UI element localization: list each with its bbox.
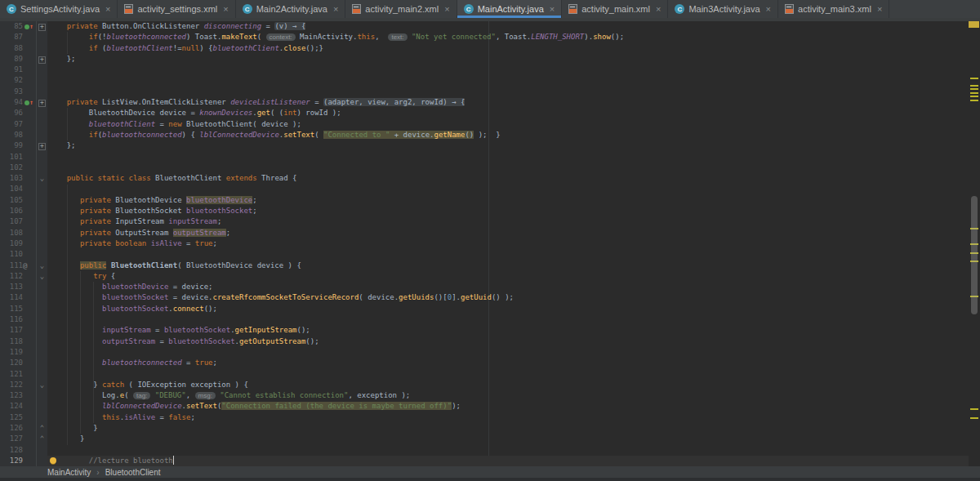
code-line[interactable]: 92 — [0, 75, 969, 86]
tab-close-icon[interactable]: × — [444, 5, 449, 13]
warning-stripe-mark[interactable] — [970, 408, 978, 410]
code-line-text[interactable]: if(bluetoothconnected) { lblConnectedDev… — [47, 130, 969, 140]
code-line[interactable]: 125 this.isAlive = false; — [0, 412, 969, 423]
code-line[interactable]: 123 Log.e( tag: "DEBUG", msg: "Cannot es… — [0, 390, 969, 401]
code-line[interactable]: 108 private OutputStream outputStream; — [0, 228, 969, 238]
code-line-text[interactable]: private BluetoothDevice bluetoothDevice; — [47, 195, 969, 206]
code-line-text[interactable] — [47, 445, 969, 456]
tab-close-icon[interactable]: × — [550, 5, 555, 13]
code-line-text[interactable]: public static class BluetoothClient exte… — [47, 173, 969, 184]
code-line-text[interactable] — [47, 184, 969, 194]
code-line-text[interactable]: lblConnectedDevice.setText("Connection f… — [47, 401, 969, 412]
tab-activity_main3.xml[interactable]: activity_main3.xml× — [778, 0, 889, 18]
code-line-text[interactable]: } — [47, 423, 969, 434]
code-line[interactable]: 89+ }; — [0, 54, 969, 65]
code-line[interactable]: 119 — [0, 347, 969, 358]
code-line-text[interactable] — [47, 369, 969, 380]
code-line-text[interactable]: private OutputStream outputStream; — [47, 228, 969, 238]
tab-Main3Activity.java[interactable]: CMain3Activity.java× — [668, 0, 778, 18]
breadcrumb-item-MainActivity[interactable]: MainActivity — [47, 468, 91, 477]
tab-close-icon[interactable]: × — [105, 5, 110, 13]
code-line[interactable]: 117 inputStream = bluetoothSocket.getInp… — [0, 325, 969, 336]
warning-stripe-mark[interactable] — [970, 78, 978, 79]
code-line-text[interactable]: bluetoothSocket.connect(); — [47, 304, 969, 314]
code-line[interactable]: 116 — [0, 314, 969, 325]
tab-close-icon[interactable]: × — [223, 5, 228, 13]
code-line-text[interactable]: if(!bluetoothconnected) Toast.makeText( … — [47, 32, 969, 42]
scrollbar-error-stripe[interactable] — [969, 21, 980, 466]
tab-close-icon[interactable]: × — [877, 5, 882, 13]
code-line[interactable]: 118 outputStream = bluetoothSocket.getOu… — [0, 336, 969, 347]
fold-end-icon[interactable]: ⌃ — [40, 424, 44, 432]
code-line-text[interactable]: BluetoothDevice device = knownDevices.ge… — [47, 108, 969, 118]
code-line[interactable]: 102 — [0, 163, 969, 173]
code-line[interactable]: 115 bluetoothSocket.connect(); — [0, 304, 969, 314]
breadcrumb-item-BluetoothClient[interactable]: BluetoothClient — [105, 468, 161, 477]
fold-expand-icon[interactable]: + — [38, 100, 46, 107]
code-line[interactable]: 97 bluetoothClient = new BluetoothClient… — [0, 119, 969, 130]
code-line[interactable]: 87 if(!bluetoothconnected) Toast.makeTex… — [0, 32, 969, 42]
warning-stripe-mark[interactable] — [970, 85, 978, 87]
code-line[interactable]: 113 bluetoothDevice = device; — [0, 282, 969, 292]
fold-expand-icon[interactable]: + — [38, 24, 46, 31]
code-line[interactable]: 128 — [0, 445, 969, 456]
fold-collapse-icon[interactable]: ⌄ — [40, 381, 44, 389]
warning-stripe-mark[interactable] — [970, 417, 978, 419]
warning-stripe-mark[interactable] — [970, 92, 978, 94]
code-line-text[interactable]: private ListView.OnItemClickListener dev… — [47, 97, 969, 108]
code-line[interactable]: 105 private BluetoothDevice bluetoothDev… — [0, 195, 969, 206]
code-line[interactable]: 94↑+ private ListView.OnItemClickListene… — [0, 97, 969, 108]
code-line-text[interactable] — [47, 87, 969, 97]
code-line-text[interactable] — [47, 347, 969, 358]
tab-SettingsActivity.java[interactable]: CSettingsActivity.java× — [0, 0, 118, 18]
code-line-text[interactable]: bluetoothSocket = device.createRfcommSoc… — [47, 292, 969, 303]
tab-activity_main.xml[interactable]: activity_main.xml× — [562, 0, 668, 18]
code-line[interactable]: 109 private boolean isAlive = true; — [0, 238, 969, 249]
code-line-text[interactable]: } — [47, 434, 969, 444]
code-line[interactable]: 129 //lecture bluetooth — [0, 456, 969, 466]
intention-bulb-icon[interactable] — [50, 457, 56, 464]
inspection-status-square[interactable] — [969, 21, 979, 28]
code-line-text[interactable] — [47, 65, 969, 75]
code-line-text[interactable] — [47, 249, 969, 260]
annotation-icon[interactable]: @ — [23, 261, 27, 269]
warning-stripe-mark[interactable] — [970, 88, 978, 90]
code-line[interactable]: 127⌃ } — [0, 434, 969, 444]
code-line-text[interactable]: bluetoothconnected = true; — [47, 358, 969, 368]
code-line[interactable]: 111@⌄ public BluetoothClient( BluetoothD… — [0, 261, 969, 271]
code-line-text[interactable]: bluetoothDevice = device; — [47, 282, 969, 292]
code-line-text[interactable]: inputStream = bluetoothSocket.getInputSt… — [47, 325, 969, 336]
code-line[interactable]: 96 BluetoothDevice device = knownDevices… — [0, 108, 969, 118]
code-line[interactable]: 85↑+ private Button.OnClickListener disc… — [0, 21, 969, 32]
code-line[interactable]: 101 — [0, 152, 969, 163]
code-line-text[interactable] — [47, 152, 969, 163]
code-line-text[interactable]: //lecture bluetooth — [47, 456, 969, 466]
code-line-text[interactable]: private boolean isAlive = true; — [47, 238, 969, 249]
code-line-text[interactable]: private BluetoothSocket bluetoothSocket; — [47, 206, 969, 216]
code-line-text[interactable] — [47, 314, 969, 325]
code-line[interactable]: 104 — [0, 184, 969, 194]
tab-activity_settings.xml[interactable]: activity_settings.xml× — [118, 0, 235, 18]
code-line[interactable]: 110 — [0, 249, 969, 260]
code-line-text[interactable]: private InputStream inputStream; — [47, 216, 969, 227]
fold-collapse-icon[interactable]: ⌄ — [40, 261, 44, 269]
tab-Main2Activity.java[interactable]: CMain2Activity.java× — [236, 0, 346, 18]
code-line-text[interactable]: } catch ( IOException exception ) { — [47, 380, 969, 390]
code-line-text[interactable]: }; — [47, 54, 969, 65]
fold-end-icon[interactable]: ⌃ — [40, 434, 44, 443]
code-editor[interactable]: 85↑+ private Button.OnClickListener disc… — [0, 21, 980, 466]
code-line-text[interactable]: Log.e( tag: "DEBUG", msg: "Cannot establ… — [47, 390, 969, 401]
code-line[interactable]: 120 bluetoothconnected = true; — [0, 358, 969, 368]
code-line[interactable]: 107 private InputStream inputStream; — [0, 216, 969, 227]
tab-close-icon[interactable]: × — [333, 5, 338, 13]
code-line-text[interactable]: if (bluetoothClient!=null) {bluetoothCli… — [47, 43, 969, 54]
code-line[interactable]: 106 private BluetoothSocket bluetoothSoc… — [0, 206, 969, 216]
fold-collapse-icon[interactable]: ⌄ — [40, 174, 44, 182]
code-line[interactable]: 114 bluetoothSocket = device.createRfcom… — [0, 292, 969, 303]
code-line-text[interactable] — [47, 163, 969, 173]
code-line[interactable]: 91 — [0, 65, 969, 75]
tab-MainActivity.java[interactable]: CMainActivity.java× — [457, 0, 563, 18]
code-line-text[interactable] — [47, 75, 969, 86]
code-line[interactable]: 93 — [0, 87, 969, 97]
code-line[interactable]: 124 lblConnectedDevice.setText("Connecti… — [0, 401, 969, 412]
